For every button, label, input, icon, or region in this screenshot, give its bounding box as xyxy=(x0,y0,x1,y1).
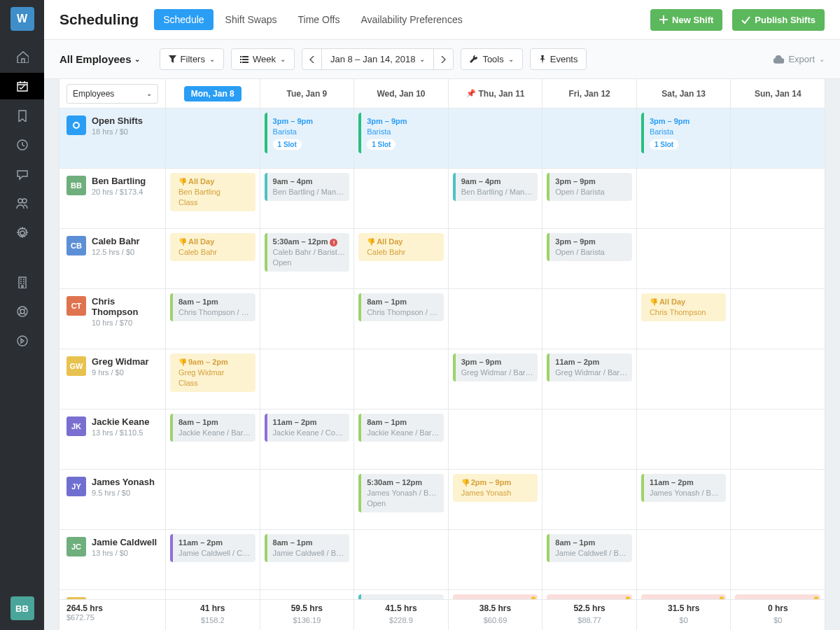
schedule-cell[interactable]: 👎2pm – 9pmJames Yonash xyxy=(449,470,543,529)
shift-card[interactable]: ⊘All DayJonathan Hainstock xyxy=(735,594,820,599)
shift-card[interactable]: 👎All DayCaleb Bahr xyxy=(358,233,444,261)
bookmark-icon[interactable] xyxy=(0,102,44,129)
shift-card[interactable]: 8am – 1pmJamie Caldwell / B… xyxy=(265,534,350,562)
schedule-cell[interactable] xyxy=(731,108,825,168)
view-week-button[interactable]: Week⌄ xyxy=(231,48,295,70)
schedule-cell[interactable]: ⊘All DayJonathan Hainstock xyxy=(731,590,825,599)
schedule-cell[interactable] xyxy=(637,229,732,288)
shift-card[interactable]: 11am – 2pmJackie Keane / Co… xyxy=(265,414,350,442)
shift-card[interactable]: 👎2pm – 9pmJames Yonash xyxy=(453,474,538,502)
shift-card[interactable]: 👎All DayChris Thompson xyxy=(641,293,727,321)
date-range-button[interactable]: Jan 8 – Jan 14, 2018⌄ xyxy=(321,48,434,70)
schedule-cell[interactable] xyxy=(449,410,543,469)
schedule-cell[interactable] xyxy=(449,229,543,288)
employee-name[interactable]: Greg Widmar xyxy=(92,356,149,367)
shift-card[interactable]: 👎All DayBen BartlingClass xyxy=(170,173,255,211)
schedule-cell[interactable] xyxy=(260,470,355,529)
shift-card[interactable]: ⊘All DayJonathan Hainstock xyxy=(547,594,632,599)
schedule-cell[interactable]: 👎All DayCaleb Bahr xyxy=(354,229,449,288)
gear-icon[interactable] xyxy=(0,220,44,246)
schedule-cell[interactable]: 11am – 2pmJackie Keane / Co… xyxy=(260,410,355,469)
schedule-cell[interactable]: 8am – 1pmChris Thompson / … xyxy=(166,289,260,349)
tools-button[interactable]: Tools⌄ xyxy=(461,48,522,70)
employee-name[interactable]: Caleb Bahr xyxy=(92,236,140,246)
schedule-cell[interactable]: 8am – 1pmChris Thompson / … xyxy=(354,289,449,349)
employee-name[interactable]: Chris Thompson xyxy=(92,296,158,317)
tab-availability-preferences[interactable]: Availability Preferences xyxy=(351,9,471,30)
arrow-right-icon[interactable] xyxy=(0,328,44,354)
shift-card[interactable]: 3pm – 9pmBarista1 Slot xyxy=(265,113,350,153)
day-header[interactable]: Fri, Jan 12 xyxy=(542,79,637,108)
schedule-cell[interactable]: 3pm – 9pmOpen / Barista xyxy=(542,229,637,288)
schedule-cell[interactable]: 8am – 1pmJamie Caldwell / B… xyxy=(260,530,355,589)
schedule-cell[interactable]: 8am – 1pmJamie Caldwell / B… xyxy=(542,530,637,589)
schedule-cell[interactable]: 8am – 1pmJackie Keane / Bar… xyxy=(354,410,449,469)
schedule-cell[interactable]: 11am – 2pmGreg Widmar / Bar… xyxy=(542,349,637,409)
schedule-cell[interactable] xyxy=(637,410,732,469)
prev-week-button[interactable] xyxy=(302,48,322,70)
day-header[interactable]: Sun, Jan 14 xyxy=(731,79,825,108)
filters-button[interactable]: Filters⌄ xyxy=(160,48,224,70)
shift-card[interactable]: 👎9am – 2pmGreg WidmarClass xyxy=(170,354,255,392)
shift-card[interactable]: 5:30am – 12pm!Caleb Bahr / Barist…Open xyxy=(265,233,350,272)
schedule-cell[interactable] xyxy=(731,229,825,288)
export-button[interactable]: Export⌄ xyxy=(774,54,825,64)
events-button[interactable]: Events xyxy=(530,48,587,70)
publish-shifts-button[interactable]: Publish Shifts xyxy=(732,9,825,31)
home-icon[interactable] xyxy=(0,43,44,70)
day-header[interactable]: Wed, Jan 10 xyxy=(354,79,449,108)
schedule-cell[interactable] xyxy=(731,530,825,589)
schedule-cell[interactable] xyxy=(260,289,355,349)
life-ring-icon[interactable] xyxy=(0,298,44,325)
employee-filter[interactable]: All Employees⌄ xyxy=(59,53,140,65)
shift-card[interactable]: 11am – 2pmJames Yonash / B… xyxy=(641,474,727,502)
schedule-cell[interactable] xyxy=(731,410,825,469)
schedule-cell[interactable] xyxy=(637,530,732,589)
new-shift-button[interactable]: New Shift xyxy=(650,9,722,31)
shift-card[interactable]: 3pm – 9pmOpen / Barista xyxy=(547,233,632,261)
schedule-cell[interactable]: 3pm – 9pmBarista1 Slot xyxy=(260,108,355,168)
employee-name[interactable]: Ben Bartling xyxy=(92,176,146,186)
schedule-cell[interactable] xyxy=(731,470,825,529)
schedule-cell[interactable] xyxy=(354,349,449,409)
calendar-check-icon[interactable] xyxy=(0,73,44,99)
schedule-cell[interactable] xyxy=(354,530,449,589)
shift-card[interactable]: 8am – 1pmJackie Keane / Bar… xyxy=(170,414,255,442)
clock-icon[interactable] xyxy=(0,132,44,158)
schedule-cell[interactable] xyxy=(542,289,637,349)
schedule-cell[interactable]: 5:30am – 12pm!Caleb Bahr / Barist…Open xyxy=(260,229,355,288)
shift-card[interactable]: 3pm – 9pmGreg Widmar / Bar… xyxy=(453,354,538,382)
shift-card[interactable]: 8am – 1pmChris Thompson / … xyxy=(170,293,255,321)
schedule-cell[interactable]: 3pm – 9pmGreg Widmar / Bar… xyxy=(449,349,543,409)
schedule-cell[interactable] xyxy=(354,169,449,228)
day-header[interactable]: Tue, Jan 9 xyxy=(260,79,355,108)
schedule-cell[interactable]: 👎All DayChris Thompson xyxy=(637,289,732,349)
schedule-cell[interactable] xyxy=(542,410,637,469)
schedule-cell[interactable] xyxy=(166,108,260,168)
schedule-cell[interactable] xyxy=(637,349,732,409)
shift-card[interactable]: 11am – 2pmGreg Widmar / Bar… xyxy=(547,354,632,382)
employee-name[interactable]: Jamie Caldwell xyxy=(92,537,157,547)
schedule-cell[interactable]: 9am – 4pmJonathan Hainsto… xyxy=(354,590,449,599)
shift-card[interactable]: 8am – 1pmJackie Keane / Bar… xyxy=(358,414,444,442)
schedule-cell[interactable]: ⊘All DayJonathan Hainstock xyxy=(637,590,732,599)
day-header[interactable]: Mon, Jan 8 xyxy=(166,79,260,108)
schedule-cell[interactable] xyxy=(731,349,825,409)
schedule-cell[interactable]: 👎All DayCaleb Bahr xyxy=(166,229,260,288)
chat-icon[interactable] xyxy=(0,161,44,188)
schedule-cell[interactable]: 9am – 4pmBen Bartling / Man… xyxy=(449,169,543,228)
schedule-cell[interactable]: 5:30am – 12pmJames Yonash / B…Open xyxy=(354,470,449,529)
building-icon[interactable] xyxy=(0,269,44,295)
schedule-cell[interactable]: 3pm – 9pmBarista1 Slot xyxy=(354,108,449,168)
schedule-cell[interactable] xyxy=(449,108,543,168)
schedule-cell[interactable]: ⊘All DayJonathan Hainstock xyxy=(449,590,543,599)
schedule-cell[interactable] xyxy=(731,169,825,228)
schedule-cell[interactable]: 👎All DayBen BartlingClass xyxy=(166,169,260,228)
schedule-cell[interactable]: 3pm – 9pmOpen / Barista xyxy=(542,169,637,228)
schedule-cell[interactable] xyxy=(166,470,260,529)
employee-name[interactable]: Jackie Keane xyxy=(92,416,149,427)
schedule-cell[interactable]: 3pm – 9pmBarista1 Slot xyxy=(637,108,732,168)
schedule-cell[interactable] xyxy=(542,470,637,529)
shift-card[interactable]: 8am – 1pmJamie Caldwell / B… xyxy=(547,534,632,562)
tab-schedule[interactable]: Schedule xyxy=(154,9,213,30)
